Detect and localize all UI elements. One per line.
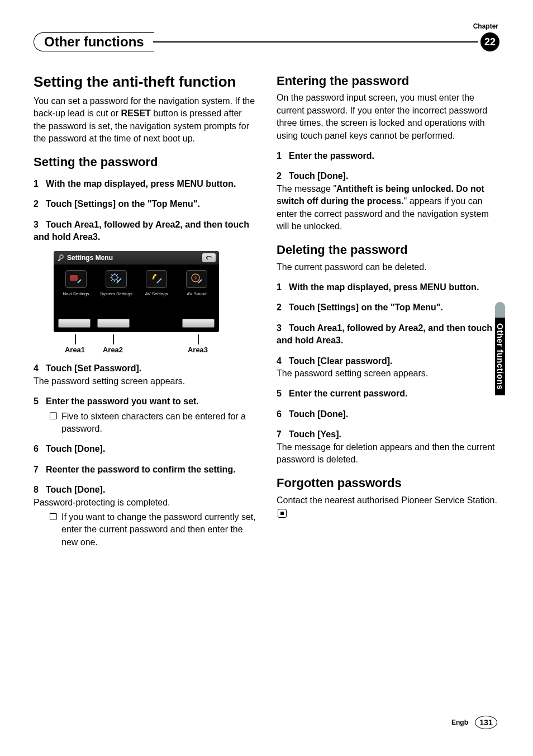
deleting-password-paragraph: The current password can be deleted. [277, 261, 499, 273]
delete-step-4: 4Touch [Clear password]. [277, 355, 499, 367]
delete-step-5: 5Enter the current password. [277, 388, 499, 400]
delete-step-2-text: Touch [Settings] on the "Top Menu". [289, 303, 443, 312]
entering-password-paragraph: On the password input screen, you must e… [277, 92, 499, 142]
delete-step-5-text: Enter the current password. [289, 389, 408, 398]
page-footer: Engb 131 [451, 716, 497, 729]
end-of-section-icon [278, 509, 287, 518]
step-8-note-text: If you want to change the password curre… [61, 511, 256, 549]
system-settings-item[interactable]: System Settings [97, 270, 136, 296]
enter-step-1-text: Enter the password. [289, 151, 374, 160]
navi-settings-item[interactable]: Navi Settings [56, 270, 96, 296]
step-6-text: Touch [Done]. [46, 444, 105, 453]
step-6: 6Touch [Done]. [34, 443, 256, 455]
av-sound-label: AV Sound [187, 291, 206, 296]
delete-step-6-text: Touch [Done]. [289, 409, 348, 419]
step-8: 8Touch [Done]. [34, 484, 256, 496]
footer-language: Engb [451, 719, 468, 726]
svg-point-0 [60, 255, 63, 258]
settings-menu-title: Settings Menu [67, 254, 113, 262]
delete-step-3: 3Touch Area1, followed by Area2, and the… [277, 322, 499, 347]
step-5-text: Enter the password you want to set. [46, 396, 199, 406]
area2-button[interactable] [97, 319, 130, 328]
chapter-label: Chapter [473, 22, 498, 30]
delete-step-1: 1With the map displayed, press MENU butt… [277, 281, 499, 294]
navi-settings-label: Navi Settings [63, 291, 89, 296]
step-1: 1With the map displayed, press MENU butt… [34, 178, 256, 190]
enter-step-1: 1Enter the password. [277, 150, 499, 162]
back-button[interactable] [202, 253, 216, 262]
enter-step-2: 2Touch [Done]. [277, 170, 499, 182]
heading-entering-password: Entering the password [277, 74, 499, 88]
step-2-text: Touch [Settings] on the "Top Menu". [46, 199, 200, 209]
step-7-text: Reenter the password to confirm the sett… [46, 465, 236, 474]
e2-after-a: The message " [277, 184, 336, 193]
section-title: Other functions [44, 34, 144, 49]
delete-step-7: 7Touch [Yes]. [277, 428, 499, 441]
step-5-note-text: Five to sixteen characters can be entere… [61, 410, 256, 436]
av-settings-label: AV Settings [145, 291, 168, 296]
av-settings-item[interactable]: AV Settings [137, 270, 176, 296]
title-bar: Other functions 22 [34, 32, 499, 51]
step-4: 4Touch [Set Password]. [34, 362, 256, 375]
tool-icon [57, 254, 64, 261]
forgotten-passwords-paragraph: Contact the nearest authorised Pioneer S… [277, 494, 499, 519]
step-5: 5Enter the password you want to set. [34, 395, 256, 408]
enter-step-2-text: Touch [Done]. [289, 171, 348, 181]
svg-rect-1 [70, 275, 78, 281]
delete-step-1-text: With the map displayed, press MENU butto… [289, 282, 479, 292]
step-4-text: Touch [Set Password]. [46, 363, 141, 373]
area-pointers: Area1 Area2 Area3 [54, 334, 219, 355]
reset-bold: RESET [121, 108, 151, 118]
delete-step-4-after: The password setting screen appears. [277, 367, 499, 380]
intro-paragraph: You can set a password for the navigatio… [34, 95, 256, 145]
side-tab-label: Other functions [495, 318, 505, 395]
area1-button[interactable] [58, 319, 91, 328]
step-7: 7Reenter the password to confirm the set… [34, 464, 256, 476]
heading-anti-theft: Setting the anti-theft function [34, 74, 256, 91]
step-8-text: Touch [Done]. [46, 485, 105, 494]
forgotten-text: Contact the nearest authorised Pioneer S… [277, 495, 497, 505]
right-column: Entering the password On the password in… [277, 74, 499, 549]
area1-label: Area1 [65, 346, 85, 354]
delete-step-3-text: Touch Area1, followed by Area2, and then… [277, 323, 492, 345]
system-settings-label: System Settings [100, 291, 132, 296]
area2-label: Area2 [103, 346, 123, 354]
step-8-after: Password-protecting is completed. [34, 497, 256, 509]
page-number: 131 [475, 716, 497, 729]
svg-point-3 [154, 274, 156, 276]
step-3-text: Touch Area1, followed by Area2, and then… [34, 220, 249, 242]
step-3: 3Touch Area1, followed by Area2, and the… [34, 219, 256, 244]
step-1-text: With the map displayed, press MENU butto… [46, 179, 236, 188]
svg-point-5 [194, 276, 197, 280]
settings-menu-screenshot: Settings Menu Navi Settings [54, 251, 219, 332]
delete-step-2: 2Touch [Settings] on the "Top Menu". [277, 301, 499, 314]
step-8-note: ❐If you want to change the password curr… [49, 511, 256, 549]
step-5-note: ❐Five to sixteen characters can be enter… [49, 410, 256, 436]
heading-deleting-password: Deleting the password [277, 243, 499, 257]
delete-step-7-after: The message for deletion appears and the… [277, 441, 499, 466]
step-4-after: The password setting screen appears. [34, 375, 256, 388]
delete-step-6: 6Touch [Done]. [277, 408, 499, 420]
chapter-number-badge: 22 [480, 32, 499, 51]
svg-point-2 [112, 275, 117, 280]
area3-button[interactable] [182, 319, 215, 328]
enter-step-2-after: The message "Antitheft is being unlocked… [277, 183, 499, 233]
delete-step-7-text: Touch [Yes]. [289, 429, 341, 439]
heading-forgotten-passwords: Forgotten passwords [277, 476, 499, 490]
left-column: Setting the anti-theft function You can … [34, 74, 256, 549]
step-2: 2Touch [Settings] on the "Top Menu". [34, 198, 256, 210]
av-sound-item[interactable]: AV Sound [177, 270, 216, 296]
side-tab: Other functions [495, 302, 505, 395]
delete-step-4-text: Touch [Clear password]. [289, 356, 393, 366]
area3-label: Area3 [188, 346, 208, 354]
heading-setting-password: Setting the password [34, 155, 256, 169]
